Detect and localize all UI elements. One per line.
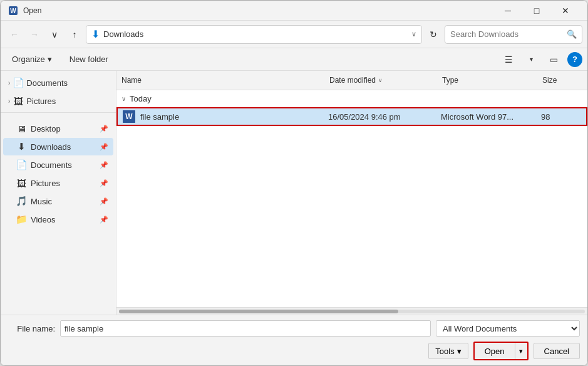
- app-icon: W: [8, 6, 18, 16]
- sidebar-wrapper: › 📄 Documents › 🖼 Pictures 🖥: [1, 71, 116, 315]
- back-button[interactable]: ←: [6, 26, 23, 43]
- videos-icon: 📁: [16, 214, 27, 225]
- refresh-button[interactable]: ↻: [425, 26, 442, 43]
- search-input[interactable]: [450, 29, 564, 39]
- sidebar-item-music[interactable]: 🎵 Music 📌: [3, 192, 113, 210]
- open-button-group: Open ▾: [473, 342, 529, 360]
- file-type: Microsoft Word 97...: [436, 112, 536, 122]
- file-list-header: Name Date modified ∨ Type Size: [116, 71, 587, 90]
- col-date-header[interactable]: Date modified ∨: [324, 73, 437, 87]
- file-row-file-sample[interactable]: W file sample 16/05/2024 9:46 pm Microso…: [116, 107, 587, 126]
- file-list-body: ∨ Today W file sample 16/05/2: [116, 90, 587, 307]
- tools-label: Tools: [435, 347, 454, 356]
- forward-button[interactable]: →: [26, 26, 43, 43]
- scrollbar-thumb: [119, 310, 398, 313]
- group-label: Today: [130, 94, 152, 103]
- file-size: 98: [536, 112, 586, 122]
- up-button[interactable]: ↑: [66, 26, 83, 43]
- organize-label: Organize: [12, 55, 45, 64]
- sort-chevron: ∨: [378, 77, 383, 83]
- pin-icon: 📌: [100, 125, 108, 133]
- filename-label: File name:: [8, 324, 55, 333]
- sidebar-item-documents[interactable]: 📄 Documents 📌: [3, 156, 113, 174]
- pin-icon: 📌: [100, 216, 108, 224]
- bottom-bar: File name: All Word Documents Word Docum…: [1, 315, 587, 365]
- pin-icon: 📌: [100, 197, 108, 206]
- documents-icon: 📄: [16, 159, 27, 170]
- chevron-icon: ›: [8, 98, 10, 105]
- tools-button[interactable]: Tools ▾: [428, 343, 468, 359]
- cancel-button[interactable]: Cancel: [534, 343, 580, 359]
- minimize-button[interactable]: ─: [493, 1, 522, 21]
- path-chevron: ∨: [411, 30, 416, 38]
- window-title: Open: [23, 6, 493, 15]
- filename-row: File name: All Word Documents Word Docum…: [8, 320, 580, 337]
- sidebar-top-groups: › 📄 Documents › 🖼 Pictures: [1, 74, 116, 110]
- sidebar-item-pictures-group[interactable]: › 🖼 Pictures: [3, 92, 113, 110]
- path-icon: ⬇: [91, 28, 100, 40]
- sidebar-videos-label: Videos: [31, 215, 96, 224]
- file-name: file sample: [140, 112, 179, 122]
- search-box[interactable]: 🔍: [445, 25, 582, 44]
- pin-icon: 📌: [100, 143, 108, 151]
- open-button[interactable]: Open: [475, 343, 515, 359]
- sidebar-music-label: Music: [31, 197, 96, 206]
- sidebar-pictures-label: Pictures: [31, 179, 96, 188]
- tools-chevron: ▾: [457, 347, 462, 356]
- window-controls: ─ □ ✕: [493, 1, 580, 21]
- file-name-cell: W file sample: [118, 110, 323, 123]
- desktop-icon: 🖥: [16, 123, 27, 134]
- group-chevron: ∨: [121, 95, 126, 102]
- sidebar: › 📄 Documents › 🖼 Pictures 🖥: [1, 71, 116, 315]
- current-path: Downloads: [103, 29, 408, 39]
- col-type-header[interactable]: Type: [437, 73, 537, 87]
- view-arrow-button[interactable]: ▾: [522, 51, 540, 68]
- sidebar-documents-group-label: Documents: [26, 78, 68, 88]
- filetype-select[interactable]: All Word Documents Word Documents XML Fi…: [436, 320, 580, 337]
- new-folder-label: New folder: [70, 55, 108, 64]
- sidebar-item-desktop[interactable]: 🖥 Desktop 📌: [3, 120, 113, 137]
- sidebar-desktop-label: Desktop: [31, 124, 96, 133]
- col-name-header[interactable]: Name: [116, 73, 324, 87]
- pictures-icon: 🖼: [16, 178, 27, 189]
- sidebar-item-downloads[interactable]: ⬇ Downloads 📌: [3, 138, 113, 155]
- open-arrow-button[interactable]: ▾: [515, 343, 527, 359]
- downloads-icon: ⬇: [16, 141, 27, 152]
- title-bar: W Open ─ □ ✕: [1, 1, 587, 21]
- sidebar-documents-label: Documents: [31, 160, 96, 170]
- recent-button[interactable]: ∨: [46, 26, 63, 43]
- scrollbar-track: [119, 310, 585, 313]
- file-list: Name Date modified ∨ Type Size ∨ Toda: [116, 71, 587, 315]
- chevron-icon: ›: [8, 80, 10, 86]
- col-size-header[interactable]: Size: [537, 73, 587, 87]
- svg-text:W: W: [10, 8, 16, 14]
- pictures-group-icon: 🖼: [13, 96, 24, 107]
- file-date: 16/05/2024 9:46 pm: [323, 112, 436, 122]
- organize-button[interactable]: Organize ▾: [6, 51, 58, 68]
- sidebar-quick-access: 🖥 Desktop 📌 ⬇ Downloads 📌 📄 Documents 📌: [1, 120, 116, 228]
- sidebar-pictures-group-label: Pictures: [26, 97, 56, 106]
- panel-button[interactable]: ▭: [545, 51, 562, 68]
- toolbar: Organize ▾ New folder ☰ ▾ ▭ ?: [1, 48, 587, 71]
- pin-icon: 📌: [100, 179, 108, 187]
- address-path[interactable]: ⬇ Downloads ∨: [86, 25, 422, 44]
- horizontal-scrollbar[interactable]: [116, 307, 587, 315]
- filename-input[interactable]: [60, 320, 431, 337]
- documents-group-icon: 📄: [13, 77, 24, 88]
- group-today[interactable]: ∨ Today: [116, 90, 587, 107]
- help-button[interactable]: ?: [567, 52, 582, 67]
- open-arrow-icon: ▾: [519, 347, 523, 355]
- maximize-button[interactable]: □: [522, 1, 551, 21]
- sidebar-item-pictures[interactable]: 🖼 Pictures 📌: [3, 174, 113, 192]
- view-button[interactable]: ☰: [500, 51, 517, 68]
- organize-chevron: ▾: [48, 55, 52, 64]
- close-button[interactable]: ✕: [551, 1, 580, 21]
- svg-text:W: W: [125, 112, 133, 121]
- new-folder-button[interactable]: New folder: [63, 51, 115, 68]
- sidebar-item-documents-group[interactable]: › 📄 Documents: [3, 74, 113, 92]
- open-dialog: W Open ─ □ ✕ ← → ∨ ↑ ⬇ Downloads ∨ ↻ 🔍 O…: [0, 0, 588, 366]
- sidebar-item-videos[interactable]: 📁 Videos 📌: [3, 211, 113, 228]
- search-icon: 🔍: [567, 29, 577, 39]
- address-bar: ← → ∨ ↑ ⬇ Downloads ∨ ↻ 🔍: [1, 21, 587, 48]
- music-icon: 🎵: [16, 196, 27, 207]
